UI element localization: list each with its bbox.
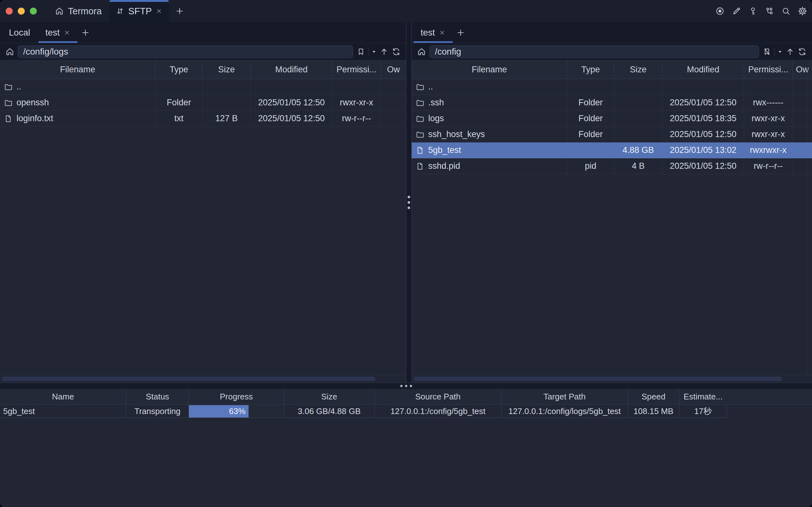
bookmark-button[interactable] xyxy=(761,45,773,58)
settings-button[interactable] xyxy=(797,5,808,17)
record-button[interactable] xyxy=(714,5,726,17)
search-button[interactable] xyxy=(780,5,792,17)
vertical-scrollbar-gutter xyxy=(808,61,808,375)
file-row-loginfo.txt[interactable]: loginfo.txttxt127 B2025/01/05 12:50rw-r-… xyxy=(0,111,406,127)
file-row-..[interactable]: .. xyxy=(0,79,406,95)
column-header-size[interactable]: Size xyxy=(203,61,251,79)
path-input[interactable] xyxy=(18,45,353,58)
file-row-logs[interactable]: logsFolder2025/01/05 18:35rwxr-xr-x xyxy=(412,111,812,127)
column-header-status[interactable]: Status xyxy=(126,389,189,404)
path-input[interactable] xyxy=(430,45,759,58)
file-row-ssh_host_keys[interactable]: ssh_host_keysFolder2025/01/05 12:50rwxr-… xyxy=(412,127,812,143)
pane-splitter[interactable] xyxy=(406,22,412,383)
add-pane-tab-button[interactable] xyxy=(78,22,93,43)
column-header-size[interactable]: Size xyxy=(284,389,375,404)
refresh-button[interactable] xyxy=(796,45,808,58)
column-header-size[interactable]: Size xyxy=(614,61,662,79)
new-tab-button[interactable] xyxy=(173,5,186,17)
home-button[interactable] xyxy=(4,45,16,58)
transfer-row-5gb_test[interactable]: 5gb_testTransporting63%3.06 GB/4.88 GB12… xyxy=(0,405,812,418)
column-header-permissi-[interactable]: Permissi... xyxy=(332,61,381,79)
column-header-name[interactable]: Name xyxy=(0,389,126,404)
scrollbar-thumb[interactable] xyxy=(414,377,782,381)
horizontal-scrollbar[interactable] xyxy=(412,375,812,383)
column-header-ow[interactable]: Ow xyxy=(793,61,812,79)
transfer-name-cell: 5gb_test xyxy=(0,405,126,418)
column-header-target-path[interactable]: Target Path xyxy=(501,389,628,404)
type-cell: pid xyxy=(567,158,614,174)
owner-cell xyxy=(381,95,406,110)
source-path-cell: 127.0.0.1:/config/5gb_test xyxy=(375,405,501,418)
minimize-window-button[interactable] xyxy=(18,8,25,15)
parent-directory-button[interactable] xyxy=(378,45,390,58)
size-cell: 127 B xyxy=(203,111,251,126)
column-header-type[interactable]: Type xyxy=(567,61,614,79)
folder-icon xyxy=(416,114,424,123)
modified-cell xyxy=(662,79,744,95)
local-pane-tabs: Local test xyxy=(0,22,406,43)
column-header-estimate-[interactable]: Estimate... xyxy=(679,389,727,404)
column-header-progress[interactable]: Progress xyxy=(189,389,284,404)
file-row-..[interactable]: .. xyxy=(412,79,812,95)
add-pane-tab-button[interactable] xyxy=(453,22,468,43)
zoom-window-button[interactable] xyxy=(30,8,37,15)
plus-icon xyxy=(456,28,465,38)
column-header-filename[interactable]: Filename xyxy=(0,61,156,79)
progress-label: 63% xyxy=(229,406,249,416)
column-header-type[interactable]: Type xyxy=(156,61,203,79)
tab-termora-home[interactable]: Termora xyxy=(55,6,102,16)
tab-test-left[interactable]: test xyxy=(38,22,78,43)
modified-cell: 2025/01/05 18:35 xyxy=(662,111,744,126)
tab-sftp[interactable]: SFTP xyxy=(109,0,169,22)
horizontal-scrollbar[interactable] xyxy=(0,375,406,383)
owner-cell xyxy=(793,158,812,174)
home-icon xyxy=(5,47,15,56)
bookmark-dropdown-button[interactable] xyxy=(776,45,784,58)
scrollbar-thumb[interactable] xyxy=(2,377,376,381)
close-icon[interactable] xyxy=(63,29,70,36)
tab-local[interactable]: Local xyxy=(1,22,38,43)
parent-directory-button[interactable] xyxy=(784,45,796,58)
type-cell xyxy=(567,143,614,158)
close-icon[interactable] xyxy=(156,8,163,15)
arrow-up-icon xyxy=(379,47,389,56)
bookmark-dropdown-button[interactable] xyxy=(370,45,378,58)
folder-icon xyxy=(416,82,424,92)
titlebar: Termora SFTP xyxy=(0,0,812,22)
file-row-sshd.pid[interactable]: sshd.pidpid4 B2025/01/05 12:50rw-r--r-- xyxy=(412,158,812,174)
app-tab-label: Termora xyxy=(68,6,102,16)
refresh-icon xyxy=(391,47,401,56)
home-button[interactable] xyxy=(416,45,428,58)
column-header-permissi-[interactable]: Permissi... xyxy=(744,61,793,79)
bookmark-button[interactable] xyxy=(355,45,367,58)
tab-test-right[interactable]: test xyxy=(413,22,453,43)
column-header-ow[interactable]: Ow xyxy=(381,61,406,79)
search-icon xyxy=(781,6,791,16)
filename-cell: sshd.pid xyxy=(412,158,567,174)
known-hosts-button[interactable] xyxy=(764,5,775,17)
refresh-button[interactable] xyxy=(390,45,402,58)
modified-cell: 2025/01/05 12:50 xyxy=(662,127,744,142)
sftp-tab-label: SFTP xyxy=(128,6,152,16)
right-toolbar xyxy=(412,43,812,60)
chevron-down-icon xyxy=(776,48,783,55)
owner-cell xyxy=(381,111,406,126)
close-icon[interactable] xyxy=(439,29,446,36)
modified-cell: 2025/01/05 12:50 xyxy=(662,158,744,174)
file-row-5gb_test[interactable]: 5gb_test4.88 GB2025/01/05 13:02rwxrwxr-x xyxy=(412,143,812,158)
column-header-modified[interactable]: Modified xyxy=(251,61,332,79)
modified-cell: 2025/01/05 13:02 xyxy=(662,143,744,158)
column-header-speed[interactable]: Speed xyxy=(628,389,679,404)
column-header-modified[interactable]: Modified xyxy=(662,61,744,79)
keys-button[interactable] xyxy=(747,5,759,17)
edit-button[interactable] xyxy=(731,5,742,17)
file-row-openssh[interactable]: opensshFolder2025/01/05 12:50rwxr-xr-x xyxy=(0,95,406,111)
modified-cell: 2025/01/05 12:50 xyxy=(662,95,744,110)
column-header-filename[interactable]: Filename xyxy=(412,61,567,79)
column-header-source-path[interactable]: Source Path xyxy=(375,389,501,404)
close-window-button[interactable] xyxy=(6,8,13,15)
file-row-.ssh[interactable]: .sshFolder2025/01/05 12:50rwx------ xyxy=(412,95,812,111)
key-icon xyxy=(748,6,758,16)
table-body: ..opensshFolder2025/01/05 12:50rwxr-xr-x… xyxy=(0,79,406,127)
transfers-splitter[interactable] xyxy=(0,383,812,389)
